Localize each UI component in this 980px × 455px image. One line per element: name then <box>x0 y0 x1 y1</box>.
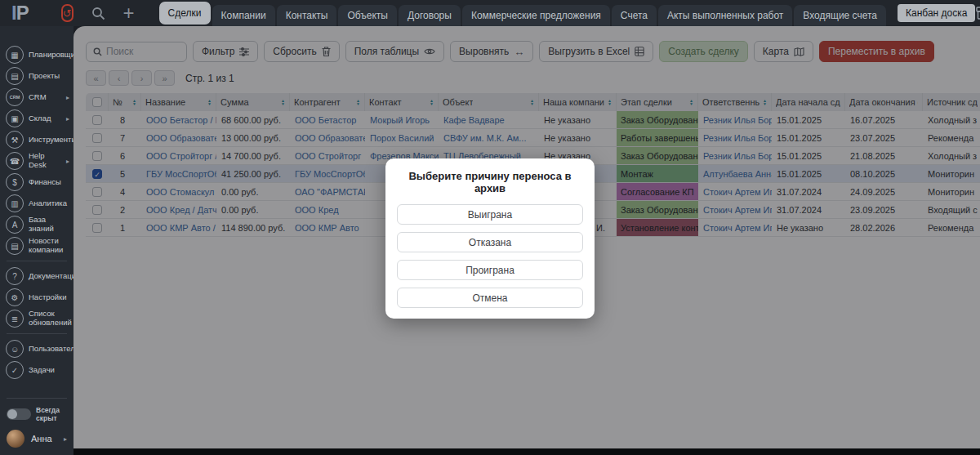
chevron-right-icon: ▸ <box>66 94 69 101</box>
archive-reason-option-2[interactable]: Отказана <box>397 232 583 252</box>
finance-icon: $ <box>6 173 24 191</box>
sidebar-divider <box>7 333 67 334</box>
archive-reason-option-1[interactable]: Выиграна <box>397 204 583 225</box>
chevron-right-icon: ▸ <box>66 115 69 123</box>
tab-objects[interactable]: Объекты <box>338 5 397 26</box>
box-icon: ▣ <box>6 109 24 127</box>
tab-agreements[interactable]: Договоры <box>399 5 461 26</box>
sidebar-item-warehouse[interactable]: ▣Склад▸ <box>0 108 74 129</box>
sidebar-item-planner[interactable]: ▦Планировщик <box>0 44 74 65</box>
sidebar-item-company-news[interactable]: ▤Новости компании <box>0 235 74 256</box>
sidebar-item-label: Задачи <box>29 366 55 375</box>
update-list-icon: ≣ <box>6 310 24 328</box>
sidebar-item-label: Планировщик <box>29 51 74 60</box>
sidebar-item-analytics[interactable]: ▥Аналитика <box>0 193 74 214</box>
sidebar-item-projects[interactable]: ▤Проекты <box>0 65 74 87</box>
sidebar-divider <box>7 398 67 399</box>
sidebar-item-settings[interactable]: ⚙Настройки <box>0 287 74 308</box>
gear-icon: ⚙ <box>6 288 24 306</box>
sidebar-item-label: База знаний <box>29 216 69 233</box>
tab-deals[interactable]: Сделки <box>159 2 211 25</box>
tab-invoices[interactable]: Счета <box>612 5 657 26</box>
cancel-button[interactable]: Отмена <box>397 288 583 308</box>
app-logo: IP <box>11 2 29 25</box>
sidebar-item-finance[interactable]: $Финансы <box>0 172 74 193</box>
book-icon: A <box>6 216 24 234</box>
sidebar-item-label: Настройки <box>29 293 67 302</box>
analytics-icon: ▥ <box>6 194 24 212</box>
sidebar-item-updates-list[interactable]: ≣Список обновлений <box>0 308 74 329</box>
chevron-right-icon: ▸ <box>64 435 67 443</box>
tab-work-acts[interactable]: Акты выполненных работ <box>658 5 792 26</box>
sidebar-item-users[interactable]: ☺Пользователи+ <box>0 338 74 359</box>
avatar <box>7 430 24 448</box>
news-icon: ▤ <box>6 237 24 255</box>
tab-commercial-offers[interactable]: Коммерческие предложения <box>462 5 610 26</box>
sidebar-item-label: CRM <box>29 93 47 102</box>
add-icon[interactable]: + <box>123 5 135 21</box>
sidebar: ▦Планировщик▤ПроектыCRMCRM▸▣Склад▸⚒Инстр… <box>0 26 74 455</box>
hammer-icon: ⚒ <box>6 131 24 149</box>
tab-contacts[interactable]: Контакты <box>277 5 337 26</box>
crm-cloud-icon: CRM <box>6 88 24 106</box>
question-icon: ? <box>6 267 24 285</box>
sidebar-item-label: Документация <box>29 272 74 281</box>
always-hidden-toggle[interactable] <box>7 408 31 420</box>
tab-bar: СделкиКомпанииКонтактыОбъектыДоговорыКом… <box>159 0 886 26</box>
archive-box-icon[interactable] <box>975 6 980 20</box>
sidebar-divider <box>7 261 67 261</box>
tasks-icon: ✓ <box>6 361 24 379</box>
calendar-icon: ▦ <box>6 46 24 64</box>
sidebar-item-tools[interactable]: ⚒Инструменты <box>0 129 74 150</box>
tab-companies[interactable]: Компании <box>212 5 275 26</box>
sidebar-item-tasks[interactable]: ✓Задачи <box>0 359 74 381</box>
tab-incoming-invoices[interactable]: Входящие счета <box>794 5 886 26</box>
archive-reason-modal: Выберите причину переноса в архив Выигра… <box>385 158 595 319</box>
chevron-right-icon: ▸ <box>66 158 69 165</box>
sidebar-item-label: Пользователи <box>29 345 74 354</box>
sidebar-item-label: Аналитика <box>29 199 67 208</box>
kanban-board-button[interactable]: Канбан доска <box>898 4 975 22</box>
top-bar: IP ↺ + СделкиКомпанииКонтактыОбъектыДого… <box>0 0 980 26</box>
sidebar-item-label: Help Desk <box>29 152 61 169</box>
user-menu[interactable]: Анна ▸ <box>0 426 74 452</box>
bottom-strip <box>74 448 980 455</box>
sidebar-item-helpdesk[interactable]: ☎Help Desk▸ <box>0 150 74 172</box>
modal-title: Выберите причину переноса в архив <box>397 170 583 194</box>
sidebar-item-label: Проекты <box>29 72 60 81</box>
sidebar-item-label: Список обновлений <box>29 310 72 327</box>
user-name: Анна <box>31 434 52 444</box>
sidebar-item-documentation[interactable]: ?Документация <box>0 265 74 287</box>
sidebar-item-label: Финансы <box>29 178 61 187</box>
archive-reason-option-3[interactable]: Проиграна <box>397 260 583 280</box>
sidebar-item-label: Новости компании <box>29 237 69 254</box>
sidebar-item-label: Склад <box>29 114 51 123</box>
search-icon[interactable] <box>91 7 105 20</box>
helpdesk-icon: ☎ <box>6 152 24 170</box>
undo-icon[interactable]: ↺ <box>61 4 74 22</box>
sidebar-item-label: Инструменты <box>29 136 74 145</box>
toggle-label: Всегда скрыт <box>36 406 69 422</box>
users-icon: ☺ <box>6 340 24 358</box>
document-icon: ▤ <box>6 67 24 85</box>
sidebar-item-crm[interactable]: CRMCRM▸ <box>0 87 74 108</box>
sidebar-item-knowledge-base[interactable]: AБаза знаний <box>0 214 74 235</box>
